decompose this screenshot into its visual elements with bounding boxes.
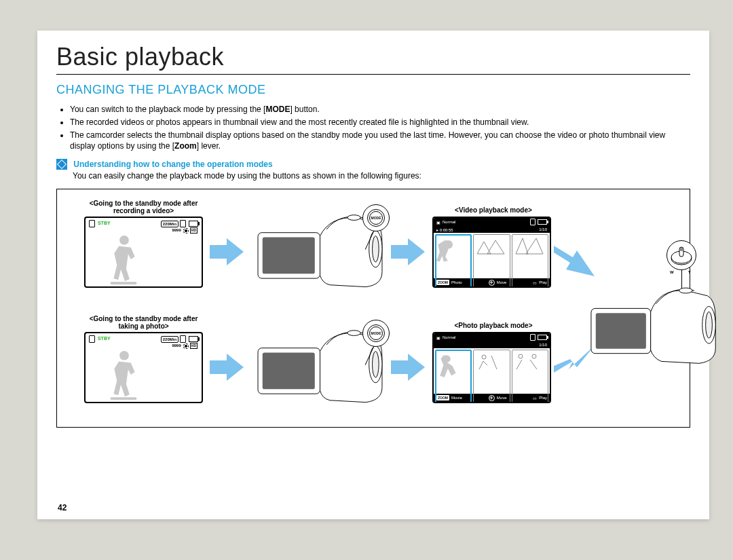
photo-playback-label: <Photo playback mode> — [432, 322, 555, 329]
standby-photo-screen: STBY 220Min 9999 HD — [84, 332, 203, 403]
hd-icon: HD — [190, 343, 198, 349]
standby-video-label: <Going to the standby mode after recordi… — [84, 200, 203, 214]
svg-point-37 — [706, 312, 713, 338]
camera-icon: ▣ — [436, 335, 440, 340]
chapter-title: Basic playback — [56, 43, 690, 75]
tip-title: Understanding how to change the operatio… — [73, 160, 272, 169]
svg-point-24 — [482, 355, 486, 359]
zoom-w-label: W — [670, 270, 674, 274]
sdcard-icon — [89, 220, 95, 227]
tip-body: You can easily change the playback mode … — [73, 171, 690, 181]
sdcard-icon — [89, 335, 95, 343]
pinwheel-icon — [183, 343, 189, 349]
arrow-icon — [210, 354, 247, 381]
hd-icon: HD — [190, 227, 198, 234]
svg-marker-3 — [210, 354, 244, 381]
standby-video-screen: STBY 220Min 9999 HD — [84, 217, 203, 288]
tip-icon — [56, 159, 67, 170]
bullet-item: You can switch to the playback mode by p… — [70, 104, 690, 115]
arrow-icon — [210, 238, 247, 265]
mode-button-callout: MODE — [362, 320, 390, 347]
svg-rect-0 — [111, 282, 137, 284]
svg-marker-19 — [526, 238, 543, 254]
svg-marker-14 — [391, 238, 425, 265]
svg-point-13 — [347, 331, 360, 336]
bullet-list: You can switch to the playback mode by p… — [56, 104, 690, 152]
videocam-icon: ▣ — [436, 220, 440, 225]
svg-point-7 — [373, 236, 379, 263]
svg-point-38 — [679, 288, 693, 293]
battery-icon — [538, 335, 547, 340]
svg-point-12 — [373, 352, 379, 378]
skater-silhouette-icon — [107, 233, 141, 286]
svg-point-26 — [532, 354, 536, 358]
card-icon — [180, 220, 186, 227]
svg-point-25 — [519, 354, 523, 358]
svg-marker-18 — [516, 238, 528, 254]
zoom-t-label: T — [688, 270, 691, 274]
thumbnail-item — [512, 234, 548, 288]
card-icon — [530, 219, 535, 225]
section-heading: CHANGING THE PLAYBACK MODE — [56, 83, 690, 97]
svg-rect-42 — [680, 248, 683, 251]
page-number: 42 — [58, 503, 67, 512]
svg-rect-10 — [263, 353, 315, 390]
thumbnail-item — [435, 234, 472, 288]
video-playback-label: <Video playback mode> — [432, 206, 555, 214]
mode-button-callout: MODE — [362, 204, 390, 231]
svg-rect-1 — [111, 397, 137, 400]
move-icon — [489, 395, 495, 401]
svg-rect-35 — [596, 313, 646, 349]
battery-icon — [538, 219, 547, 225]
bullet-item: The recorded videos or photos appears in… — [70, 117, 690, 128]
photo-playback-screen: ▣ Normal 1/10 ZOOM Movie — [432, 332, 551, 403]
pinwheel-icon — [183, 228, 189, 234]
diagram-area: <Going to the standby mode after recordi… — [56, 189, 690, 428]
play-icon: ▸ — [436, 228, 438, 232]
arrow-icon — [391, 354, 428, 381]
move-icon — [489, 280, 495, 286]
svg-point-8 — [347, 215, 360, 221]
callout-leader-line — [681, 269, 682, 288]
bullet-item: The camcorder selects the thumbnail disp… — [70, 130, 690, 153]
tip-row: Understanding how to change the operatio… — [56, 159, 690, 181]
svg-marker-2 — [210, 238, 244, 265]
svg-marker-15 — [391, 354, 425, 381]
camcorder-illustration — [590, 250, 722, 386]
svg-marker-33 — [554, 346, 595, 373]
manual-page: Basic playback CHANGING THE PLAYBACK MOD… — [37, 31, 709, 519]
video-playback-screen: ▣ Normal ▸ 0:00:55 1/10 ZOOM Photo — [432, 217, 551, 288]
zoom-lever-callout — [666, 240, 696, 270]
thumbnail-item — [435, 350, 472, 403]
skater-silhouette-icon — [107, 348, 141, 401]
battery-icon — [189, 336, 198, 342]
standby-photo-label: <Going to the standby mode after taking … — [84, 315, 203, 330]
svg-marker-32 — [554, 246, 595, 276]
svg-rect-5 — [263, 238, 315, 274]
card-icon — [530, 334, 535, 341]
thumbnail-item — [512, 350, 548, 403]
arrow-icon — [391, 238, 428, 265]
card-icon — [180, 335, 186, 343]
battery-icon — [189, 221, 198, 227]
